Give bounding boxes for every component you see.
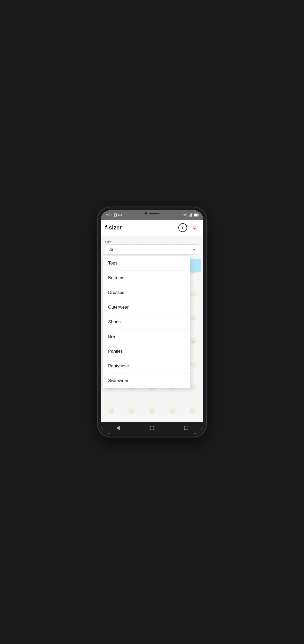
result-highlight	[190, 259, 201, 272]
size-select[interactable]: 36 ▼	[105, 244, 199, 255]
dropdown-item-outerwear[interactable]: Outerwear	[103, 300, 190, 315]
svg-rect-7	[191, 213, 192, 217]
size-value: 36	[108, 247, 113, 252]
app-title: f-sizer	[105, 224, 178, 231]
size-label: Size	[105, 240, 199, 244]
dropdown-item-bra[interactable]: Bra	[103, 329, 190, 344]
recent-icon	[184, 426, 188, 430]
info-button[interactable]: i	[178, 223, 187, 232]
gender-button[interactable]: ♀	[190, 223, 199, 232]
svg-rect-10	[194, 214, 198, 216]
speaker-bar	[149, 213, 159, 214]
dropdown-item-tops[interactable]: Tops	[103, 256, 190, 271]
sim1-icon	[114, 213, 117, 217]
dropdown-item-dresses[interactable]: Dresses	[103, 285, 190, 300]
phone-frame: 7:28	[98, 207, 206, 437]
side-button	[206, 264, 206, 279]
svg-rect-4	[189, 216, 189, 217]
main-area[interactable]: 🐱🐱🐱🐱🐱 🐱🐱🐱🐱🐱 🐱🐱🐱🐱🐱 🐱🐱🐱🐱🐱 🐱🐱🐱🐱🐱 🐱🐱🐱🐱🐱 🐱🐱🐱🐱…	[101, 236, 203, 422]
back-icon	[116, 426, 120, 430]
status-icons-left	[114, 213, 122, 217]
dropdown-item-panties[interactable]: Panties	[103, 344, 190, 359]
nav-recent-button[interactable]	[183, 425, 189, 431]
dropdown-item-bottoms[interactable]: Bottoms	[103, 271, 190, 285]
svg-rect-5	[190, 215, 190, 217]
form-area: Size 36 ▼ Clothing Select clothing type …	[101, 236, 203, 273]
clothing-dropdown-menu[interactable]: Tops Bottoms Dresses Outerwear Shoes Bra…	[103, 256, 190, 388]
size-dropdown-arrow: ▼	[193, 248, 196, 251]
app-content: f-sizer i ♀ 🐱🐱🐱🐱🐱 🐱🐱🐱🐱🐱 🐱🐱🐱🐱🐱 🐱🐱🐱🐱🐱	[101, 220, 203, 434]
svg-rect-1	[115, 214, 116, 216]
home-icon	[150, 426, 154, 430]
dropdown-item-pantyhose[interactable]: Pantyhose	[103, 359, 190, 374]
wifi-icon	[183, 213, 187, 217]
phone-screen: 7:28	[101, 210, 203, 434]
status-time: 7:28	[105, 213, 111, 217]
status-icons-right	[183, 213, 199, 217]
sim2-icon	[118, 213, 122, 217]
nav-home-button[interactable]	[149, 425, 155, 431]
female-symbol: ♀	[192, 224, 197, 231]
dropdown-item-swimwear[interactable]: Swimwear	[103, 374, 190, 388]
svg-rect-9	[198, 214, 199, 216]
app-bar: f-sizer i ♀	[101, 220, 203, 236]
battery-icon	[194, 213, 199, 217]
camera-dot	[145, 212, 147, 214]
nav-back-button[interactable]	[115, 425, 121, 431]
status-bar: 7:28	[101, 210, 203, 220]
svg-rect-3	[119, 214, 121, 216]
svg-rect-6	[190, 214, 191, 217]
nav-bar	[101, 422, 203, 434]
dropdown-item-shoes[interactable]: Shoes	[103, 315, 190, 329]
signal-icon	[189, 213, 192, 217]
